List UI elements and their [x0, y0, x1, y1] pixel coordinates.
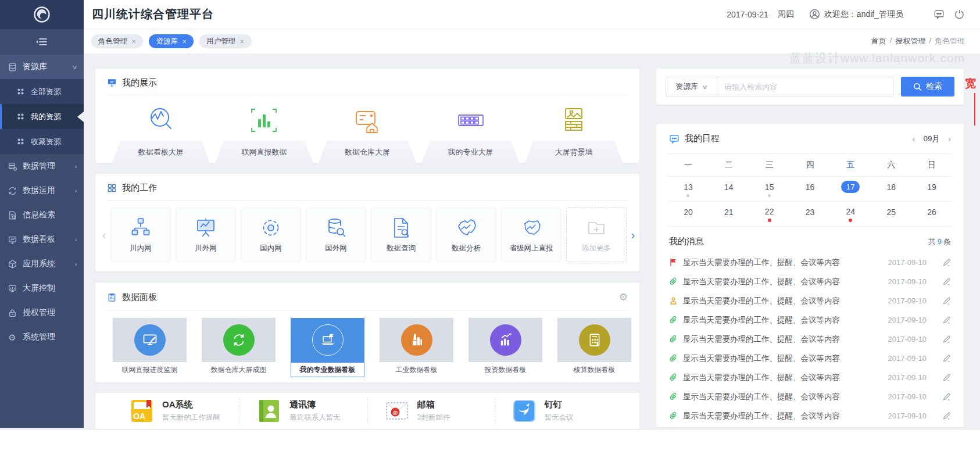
paperclip-icon	[669, 373, 678, 382]
sidebar-item-system-management[interactable]: ⚙ 系统管理	[0, 325, 84, 349]
display-item-dashboard-screen[interactable]: 数据看板大屏	[109, 103, 213, 164]
search-input[interactable]	[717, 77, 893, 96]
message-item: 显示当天需要办理的工作、提醒、会议等内容 2017-09-10	[669, 406, 951, 425]
breadcrumb-authorization[interactable]: 授权管理	[895, 36, 925, 46]
scroll-right-button[interactable]: ›	[629, 228, 637, 242]
display-item-screen-background-wall[interactable]: 大屏背景墙	[522, 103, 625, 164]
calendar-day[interactable]: 15	[749, 179, 790, 199]
calendar-day[interactable]: 26	[911, 204, 952, 224]
sidebar-item-data-management[interactable]: 数据管理 ›	[0, 154, 84, 178]
contacts-icon	[256, 398, 282, 424]
logout-button[interactable]	[954, 9, 965, 20]
work-item-provincial-online-report[interactable]: 省级网上直报	[501, 207, 561, 262]
sidebar-item-favorite-resources[interactable]: 收藏资源	[0, 129, 84, 154]
message-item: 显示当天需要办理的工作、提醒、会议等内容 2017-09-10	[669, 349, 951, 368]
sidebar-item-info-retrieval[interactable]: 信息检索	[0, 203, 84, 227]
my-display-card: 我的展示 数据看板大屏 联网直报数据 数据仓库大屏 我的专业大屏 大屏背景	[95, 69, 639, 163]
search-button[interactable]: 检索	[901, 77, 954, 96]
panel-item-online-report-monitor[interactable]: 联网直报进度监测	[113, 318, 187, 377]
calendar-day[interactable]: 18	[871, 179, 911, 199]
edit-icon[interactable]	[942, 277, 951, 286]
folder-plus-icon	[585, 216, 608, 239]
header-weekday: 周四	[778, 9, 794, 20]
sidebar-item-all-resources[interactable]: 全部资源	[0, 79, 84, 104]
work-item-foreign-network[interactable]: 国外网	[306, 207, 366, 262]
messages-title: 我的消息	[669, 236, 704, 247]
sidebar-item-application-system[interactable]: 应用系统 ›	[0, 252, 84, 276]
close-icon[interactable]: ✕	[239, 38, 244, 45]
calendar-day-selected[interactable]: 17	[830, 179, 871, 199]
logo[interactable]	[0, 0, 84, 29]
edit-icon[interactable]	[942, 412, 951, 420]
chevron-right-icon: ›	[74, 188, 77, 194]
chevron-right-icon: ›	[74, 237, 77, 243]
weekday-label: 六	[871, 156, 911, 174]
user-menu[interactable]: 欢迎您：andif_管理员	[809, 9, 903, 20]
calendar-day[interactable]: 19	[911, 179, 952, 199]
sidebar-item-resource-library[interactable]: 资源库 ∨	[0, 55, 84, 79]
prev-month-button[interactable]: ‹	[912, 134, 915, 144]
messages-button[interactable]	[933, 9, 945, 20]
panel-item-investment-dashboard[interactable]: 投资数据看板	[468, 318, 542, 377]
edit-icon[interactable]	[942, 392, 951, 401]
work-item-sichuan-intranet[interactable]: 川内网	[110, 207, 171, 262]
next-month-button[interactable]: ›	[948, 134, 951, 144]
document-search-icon	[7, 210, 17, 220]
work-item-domestic-network[interactable]: 国内网	[241, 207, 301, 262]
sidebar-item-authorization[interactable]: 授权管理	[0, 300, 84, 325]
close-icon[interactable]: ✕	[131, 38, 136, 45]
calendar-day[interactable]: 21	[709, 204, 749, 224]
sidebar-item-my-resources[interactable]: 我的资源	[0, 104, 84, 129]
person-icon	[669, 296, 678, 305]
shortcut-address-book[interactable]: 通讯簿 最近联系人暂无	[239, 398, 367, 424]
edit-icon[interactable]	[942, 354, 951, 363]
display-item-online-report-data[interactable]: 联网直报数据	[213, 103, 316, 164]
display-item-data-warehouse-screen[interactable]: 数据仓库大屏	[316, 103, 419, 164]
tab-resource-library[interactable]: 资源库 ✕	[149, 34, 194, 48]
close-icon[interactable]: ✕	[182, 38, 187, 45]
work-item-data-query[interactable]: 数据查询	[371, 207, 431, 262]
page-title: 四川统计综合管理平台	[92, 6, 214, 22]
app-window: 蓝蓝设计www.lanlanwork.com 资源库 ∨	[0, 0, 980, 458]
grid-icon	[107, 183, 117, 193]
panel-item-my-professional-dashboard[interactable]: 我的专业数据看板	[291, 318, 364, 377]
sidebar-item-data-usage[interactable]: 数据运用 ›	[0, 178, 84, 203]
edit-icon[interactable]	[942, 258, 951, 267]
edit-icon[interactable]	[942, 316, 951, 324]
panel-item-industrial-dashboard[interactable]: 工业数据看板	[380, 318, 453, 377]
shortcut-oa-system[interactable]: OA OA系统 暂无新的工作提醒	[113, 398, 239, 424]
sidebar-item-data-dashboard[interactable]: 数据看板 ›	[0, 227, 84, 252]
search-category-select[interactable]: 资源库 ∨	[666, 77, 717, 96]
calendar-day[interactable]: 13	[668, 179, 709, 199]
panel-item-warehouse-screen-mapping[interactable]: 数据仓库大屏成图	[202, 318, 276, 377]
breadcrumb-home[interactable]: 首页	[871, 36, 886, 46]
panel-item-accounting-dashboard[interactable]: 核算数据看板	[557, 318, 631, 377]
refresh-icon	[231, 332, 247, 348]
annotation-line	[974, 93, 975, 126]
edit-icon[interactable]	[942, 335, 951, 344]
tab-user-management[interactable]: 用户管理 ✕	[199, 34, 251, 48]
calendar-day[interactable]: 22	[749, 204, 790, 224]
scroll-left-button[interactable]: ‹	[100, 228, 108, 242]
sichuan-map-icon	[520, 216, 543, 239]
edit-icon[interactable]	[942, 296, 951, 305]
work-item-add-more[interactable]: 添加更多	[566, 207, 627, 262]
watermark: 蓝蓝设计www.lanlanwork.com	[789, 50, 965, 66]
panel-settings-button[interactable]: ⚙	[619, 291, 628, 303]
edit-icon[interactable]	[942, 373, 951, 382]
sidebar-collapse-button[interactable]	[0, 29, 84, 55]
work-item-sichuan-extranet[interactable]: 川外网	[176, 207, 236, 262]
calendar-day[interactable]: 14	[709, 179, 749, 199]
sidebar-item-screen-control[interactable]: 大屏控制	[0, 276, 84, 300]
calendar-day[interactable]: 20	[668, 204, 709, 224]
event-dot	[768, 194, 771, 197]
calendar-day[interactable]: 25	[871, 204, 911, 224]
display-item-my-professional-screen[interactable]: 我的专业大屏	[419, 103, 523, 164]
shortcut-dingtalk[interactable]: 钉钉 暂无会议	[495, 398, 622, 424]
tab-role-management[interactable]: 角色管理 ✕	[91, 34, 143, 48]
shortcut-mailbox[interactable]: @ 邮箱 3封新邮件	[367, 398, 495, 424]
calendar-day[interactable]: 24	[830, 204, 871, 224]
calendar-day[interactable]: 16	[790, 179, 831, 199]
work-item-data-analysis[interactable]: 数据分析	[436, 207, 496, 262]
calendar-day[interactable]: 23	[790, 204, 831, 224]
